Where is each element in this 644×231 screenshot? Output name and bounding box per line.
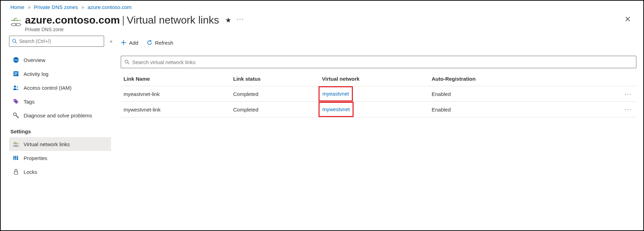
svg-text:DNS: DNS xyxy=(14,59,19,61)
vnet-links-icon xyxy=(12,141,19,148)
vnet-link[interactable]: mywestvnet xyxy=(322,106,350,112)
table-row[interactable]: myeastvnet-link Completed myeastvnet Ena… xyxy=(121,86,636,102)
cell-auto-registration: Enabled xyxy=(432,91,620,97)
svg-rect-25 xyxy=(17,156,18,160)
svg-point-4 xyxy=(15,24,21,26)
svg-point-0 xyxy=(14,20,15,21)
resource-name: azure.contoso.com xyxy=(25,14,120,26)
sidebar-item-access-control[interactable]: Access control (IAM) xyxy=(9,81,111,95)
svg-point-14 xyxy=(17,86,18,88)
content-search-input[interactable] xyxy=(132,59,633,65)
svg-point-15 xyxy=(14,100,15,101)
sidebar-item-activity-log[interactable]: Activity log xyxy=(9,67,111,81)
svg-rect-29 xyxy=(14,171,18,174)
sidebar: « DNS Overview Activity log Access contr… xyxy=(1,36,116,227)
refresh-button-label: Refresh xyxy=(155,40,173,46)
cell-link-status: Completed xyxy=(233,107,322,113)
plus-icon xyxy=(121,40,126,45)
search-icon xyxy=(12,39,17,44)
access-control-icon xyxy=(12,84,19,91)
breadcrumb-resource[interactable]: azure.contoso.com xyxy=(88,4,132,10)
tags-icon xyxy=(12,98,19,105)
svg-rect-24 xyxy=(15,156,16,160)
svg-rect-27 xyxy=(15,157,17,157)
svg-point-22 xyxy=(16,145,19,146)
sidebar-search-input[interactable] xyxy=(19,38,101,44)
diagnose-icon xyxy=(12,112,19,119)
activity-log-icon xyxy=(12,70,19,77)
row-more-menu-icon[interactable]: ··· xyxy=(620,90,636,98)
column-header-link-status[interactable]: Link status xyxy=(233,76,322,82)
sidebar-item-label: Tags xyxy=(24,99,35,105)
column-header-virtual-network[interactable]: Virtual network xyxy=(322,76,432,82)
sidebar-item-label: Diagnose and solve problems xyxy=(24,113,92,118)
cell-auto-registration: Enabled xyxy=(432,107,620,113)
title-separator: | xyxy=(122,14,125,26)
sidebar-item-label: Access control (IAM) xyxy=(24,85,71,91)
sidebar-item-locks[interactable]: Locks xyxy=(9,165,111,179)
svg-rect-10 xyxy=(14,72,18,73)
svg-rect-12 xyxy=(14,74,17,75)
highlight-annotation: mywestvnet xyxy=(319,102,354,117)
breadcrumb-private-dns-zones[interactable]: Private DNS zones xyxy=(34,4,78,10)
collapse-sidebar-icon[interactable]: « xyxy=(110,38,111,44)
vnet-link[interactable]: myeastvnet xyxy=(322,91,349,97)
sidebar-item-overview[interactable]: DNS Overview xyxy=(9,53,111,67)
svg-rect-11 xyxy=(14,73,18,74)
content-area: Add Refresh Link Name Link status Virtua… xyxy=(116,36,643,227)
sidebar-item-virtual-network-links[interactable]: Virtual network links xyxy=(9,137,111,151)
svg-point-19 xyxy=(16,143,17,144)
table-row[interactable]: mywestvnet-link Completed mywestvnet Ena… xyxy=(121,102,636,117)
sidebar-item-tags[interactable]: Tags xyxy=(9,95,111,108)
sidebar-search[interactable] xyxy=(9,36,104,47)
svg-rect-26 xyxy=(13,158,15,158)
svg-point-13 xyxy=(14,86,16,88)
toolbar: Add Refresh xyxy=(121,36,636,50)
refresh-button[interactable]: Refresh xyxy=(147,40,173,46)
column-header-auto-registration[interactable]: Auto-Registration xyxy=(432,76,620,82)
svg-point-2 xyxy=(17,20,18,21)
favorite-star-icon[interactable]: ★ xyxy=(225,16,231,24)
sidebar-section-settings: Settings xyxy=(9,122,111,137)
overview-icon: DNS xyxy=(12,56,19,63)
svg-line-33 xyxy=(128,63,129,64)
resource-type-label: Private DNS zone xyxy=(25,27,622,32)
breadcrumb-home[interactable]: Home xyxy=(10,4,24,10)
svg-point-5 xyxy=(12,39,16,42)
breadcrumb: Home > Private DNS zones > azure.contoso… xyxy=(1,1,643,12)
svg-line-6 xyxy=(15,42,17,43)
close-button[interactable]: ✕ xyxy=(622,14,634,25)
cell-link-name: myeastvnet-link xyxy=(124,91,233,97)
sidebar-item-properties[interactable]: Properties xyxy=(9,151,111,165)
page-header: azure.contoso.com | Virtual network link… xyxy=(1,12,643,36)
refresh-icon xyxy=(147,40,152,45)
svg-point-20 xyxy=(17,143,18,144)
page-title: Virtual network links xyxy=(127,14,219,26)
dns-zone-icon xyxy=(10,14,25,27)
add-button-label: Add xyxy=(129,40,138,46)
more-menu-icon[interactable]: ··· xyxy=(236,15,244,23)
sidebar-item-label: Locks xyxy=(24,169,37,175)
chevron-right-icon: > xyxy=(82,5,84,10)
sidebar-item-label: Virtual network links xyxy=(24,141,70,147)
content-search[interactable] xyxy=(121,56,636,68)
svg-point-18 xyxy=(15,143,16,144)
sidebar-item-label: Activity log xyxy=(24,71,49,77)
search-icon xyxy=(125,60,129,64)
svg-point-16 xyxy=(14,113,16,116)
column-header-link-name[interactable]: Link Name xyxy=(124,76,233,82)
vnet-links-table: Link Name Link status Virtual network Au… xyxy=(121,72,636,117)
highlight-annotation: myeastvnet xyxy=(319,86,353,101)
properties-icon xyxy=(12,154,19,161)
svg-rect-28 xyxy=(17,159,18,159)
locks-icon xyxy=(12,168,19,175)
sidebar-item-label: Properties xyxy=(24,155,47,161)
table-header: Link Name Link status Virtual network Au… xyxy=(121,72,636,86)
cell-link-name: mywestvnet-link xyxy=(124,107,233,113)
svg-point-32 xyxy=(125,60,128,63)
sidebar-item-label: Overview xyxy=(24,57,45,63)
chevron-right-icon: > xyxy=(28,5,31,10)
row-more-menu-icon[interactable]: ··· xyxy=(620,106,636,113)
add-button[interactable]: Add xyxy=(121,40,138,46)
sidebar-item-diagnose[interactable]: Diagnose and solve problems xyxy=(9,108,111,122)
